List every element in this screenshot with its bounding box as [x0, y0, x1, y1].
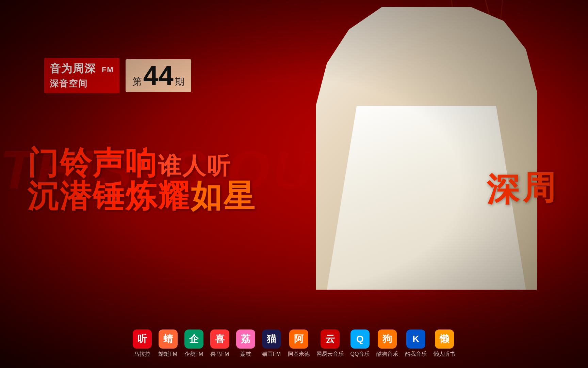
platform-item-yidali: 听马拉拉: [133, 329, 152, 358]
slogan-block: 门铃声响谁人听 沉潜锤炼耀如星: [27, 147, 411, 212]
platforms-bar: 听马拉拉蜻蜻蜓FM企企鹅FM喜喜马FM荔荔枝猫猫耳FM阿阿基米德云网易云音乐QQ…: [0, 329, 588, 358]
platform-item-mao: 猫猫耳FM: [262, 329, 281, 358]
platform-label-qingting: 企鹅FM: [184, 351, 203, 358]
logo-area: 音为周深 FM 深音空间 第 44 期: [44, 58, 191, 93]
platform-icon-yinghuo: 荔: [236, 329, 255, 349]
platform-icon-alibaba: 阿: [289, 329, 308, 349]
episode-number: 44: [143, 62, 174, 89]
artist-name-char1: 周: [521, 147, 558, 149]
platform-item-lizhi: 蜻蜻蜓FM: [159, 329, 178, 358]
platform-item-wangyiyun: 云网易云音乐: [316, 329, 344, 358]
episode-prefix: 第: [132, 75, 142, 88]
platform-label-ximalaya: 喜马FM: [210, 351, 229, 358]
artist-name-char2: 深: [485, 147, 522, 149]
platform-label-wangyiyun: 网易云音乐: [316, 351, 344, 358]
platform-item-ximalaya: 喜喜马FM: [210, 329, 229, 358]
platform-label-kuairen: 懒人听书: [434, 351, 455, 358]
platform-item-kuairen: 懒懒人听书: [434, 329, 455, 358]
platform-label-kuwo: 酷狗音乐: [376, 351, 398, 358]
platform-icon-mao: 猫: [262, 329, 281, 349]
platform-item-yinghuo: 荔荔枝: [236, 329, 255, 358]
platform-icon-qq: Q: [350, 329, 370, 349]
platform-icon-yidali: 听: [133, 329, 152, 349]
platform-icon-kugou: K: [406, 329, 425, 349]
logo-fm: FM: [102, 65, 114, 74]
platform-label-yinghuo: 荔枝: [240, 351, 251, 358]
logo-red-box: 音为周深 FM 深音空间: [44, 58, 119, 93]
platform-item-kugou: K酷我音乐: [405, 329, 427, 358]
person-figure-area: [299, 0, 537, 290]
platform-label-qq: QQ音乐: [350, 351, 370, 358]
platform-icon-lizhi: 蜻: [159, 329, 178, 349]
slogan-line1: 门铃声响谁人听: [27, 147, 411, 180]
platform-label-alibaba: 阿基米德: [288, 351, 310, 358]
slogan-line2: 沉潜锤炼耀如星: [27, 180, 411, 213]
logo-line1: 音为周深 FM: [50, 61, 114, 76]
platform-label-lizhi: 蜻蜓FM: [159, 351, 177, 358]
platform-icon-wangyiyun: 云: [321, 329, 340, 349]
platform-item-kuwo: 狗酷狗音乐: [376, 329, 398, 358]
platform-item-qingting: 企企鹅FM: [184, 329, 203, 358]
platform-icon-kuairen: 懒: [435, 329, 454, 349]
platform-icon-qingting: 企: [184, 329, 203, 349]
platform-item-qq: QQQ音乐: [350, 329, 370, 358]
artist-name: 周 深: [486, 147, 557, 149]
episode-block: 第 44 期: [126, 59, 191, 92]
platform-icon-kuwo: 狗: [378, 329, 397, 349]
platform-label-yidali: 马拉拉: [134, 351, 150, 358]
logo-line2: 深音空间: [50, 78, 114, 90]
platform-label-mao: 猫耳FM: [262, 351, 281, 358]
platform-icon-ximalaya: 喜: [210, 329, 229, 349]
platform-label-kugou: 酷我音乐: [405, 351, 427, 358]
episode-suffix: 期: [175, 75, 184, 88]
platform-item-alibaba: 阿阿基米德: [288, 329, 310, 358]
